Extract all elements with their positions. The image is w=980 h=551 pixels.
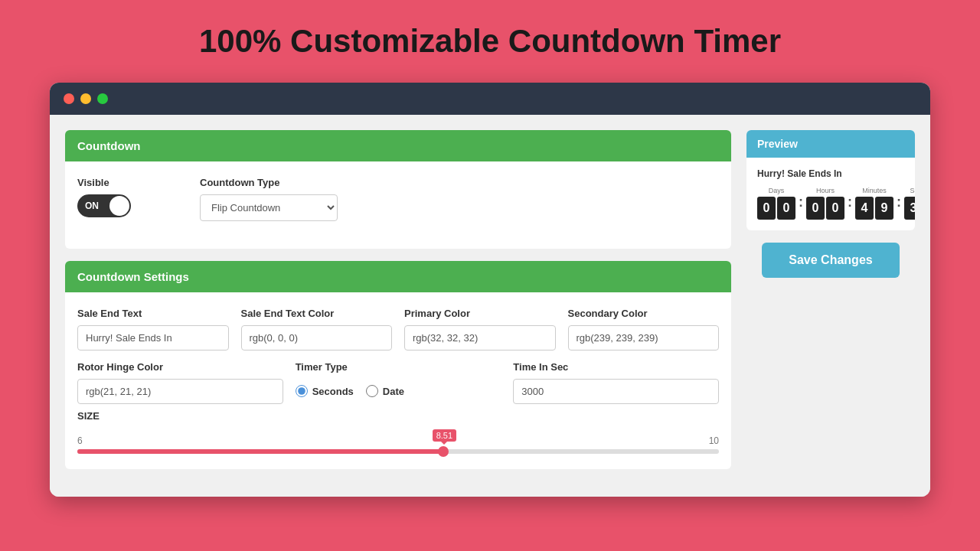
minimize-button[interactable]: [80, 93, 91, 104]
countdown-form-row: Visible ON Countdown Type Flip Countdown…: [77, 177, 719, 221]
flip-minutes-col: Minutes 4 9: [855, 187, 893, 220]
flip-hours-label: Hours: [816, 187, 835, 194]
preview-header: Preview: [746, 130, 915, 158]
flip-separator-2: :: [848, 194, 852, 212]
countdown-settings-section: Countdown Settings Sale End Text Sale En…: [65, 261, 731, 469]
primary-color-input[interactable]: [404, 325, 556, 350]
primary-color-group: Primary Color: [404, 308, 556, 350]
radio-seconds-label[interactable]: Seconds: [296, 385, 354, 397]
slider-container: 6 10 8.51: [77, 435, 719, 454]
slider-wrapper: 8.51: [77, 449, 719, 454]
flip-timer: Days 0 0 : Hours 0 0: [757, 187, 904, 220]
rotor-hinge-color-group: Rotor Hinge Color: [77, 361, 283, 404]
time-in-sec-group: Time In Sec: [513, 361, 719, 404]
timer-type-label: Timer Type: [296, 361, 501, 373]
sale-end-text-input[interactable]: [77, 325, 229, 350]
settings-row-1: Sale End Text Sale End Text Color Primar…: [77, 308, 719, 350]
countdown-type-label: Countdown Type: [200, 177, 353, 188]
settings-section-header: Countdown Settings: [65, 261, 731, 292]
titlebar: [50, 83, 930, 115]
flip-seconds-col: Seconds 3 6: [904, 187, 915, 220]
preview-box: Preview Hurry! Sale Ends In Days 0 0 :: [746, 130, 915, 230]
slider-fill: [77, 449, 443, 454]
slider-thumb[interactable]: [438, 446, 449, 457]
sale-end-text-color-input[interactable]: [241, 325, 393, 350]
countdown-section-body: Visible ON Countdown Type Flip Countdown…: [65, 161, 731, 249]
sale-end-text-color-group: Sale End Text Color: [241, 308, 393, 350]
slider-bubble: 8.51: [433, 429, 456, 442]
primary-color-label: Primary Color: [404, 308, 556, 319]
radio-date-text: Date: [383, 386, 404, 397]
flip-minutes-digit-0: 4: [855, 197, 874, 220]
radio-seconds[interactable]: [296, 385, 308, 397]
flip-separator-3: :: [897, 194, 901, 212]
slider-track[interactable]: [77, 449, 719, 454]
secondary-color-label: Secondary Color: [568, 308, 720, 319]
flip-days-digit-0: 0: [757, 197, 776, 220]
countdown-section-header: Countdown: [65, 130, 731, 161]
flip-seconds-digit-0: 3: [904, 197, 915, 220]
slider-min: 6: [77, 435, 83, 446]
window-content: Countdown Visible ON Countdown Type: [50, 115, 930, 497]
toggle-on-label: ON: [85, 201, 99, 211]
left-panel: Countdown Visible ON Countdown Type: [65, 130, 731, 481]
preview-tagline: Hurry! Sale Ends In: [757, 168, 904, 179]
countdown-section: Countdown Visible ON Countdown Type: [65, 130, 731, 249]
size-section: SIZE 6 10 8.51: [77, 410, 719, 454]
sale-end-text-label: Sale End Text: [77, 308, 229, 319]
toggle-thumb: [109, 196, 129, 216]
flip-hours-col: Hours 0 0: [806, 187, 844, 220]
flip-minutes-digits: 4 9: [855, 197, 893, 220]
flip-minutes-digit-1: 9: [875, 197, 893, 220]
rotor-hinge-color-label: Rotor Hinge Color: [77, 361, 283, 373]
right-panel: Preview Hurry! Sale Ends In Days 0 0 :: [731, 130, 915, 481]
rotor-hinge-color-input[interactable]: [77, 379, 283, 404]
flip-hours-digit-0: 0: [806, 197, 825, 220]
visible-group: Visible ON: [77, 177, 185, 217]
sale-end-text-group: Sale End Text: [77, 308, 229, 350]
flip-days-col: Days 0 0: [757, 187, 795, 220]
flip-separator-1: :: [799, 194, 803, 212]
secondary-color-group: Secondary Color: [568, 308, 720, 350]
settings-section-body: Sale End Text Sale End Text Color Primar…: [65, 292, 731, 469]
close-button[interactable]: [64, 93, 74, 104]
radio-date[interactable]: [366, 385, 378, 397]
flip-days-digit-1: 0: [777, 197, 795, 220]
settings-row-2: Rotor Hinge Color Timer Type Seconds: [77, 361, 719, 404]
flip-seconds-digits: 3 6: [904, 197, 915, 220]
flip-hours-digits: 0 0: [806, 197, 844, 220]
flip-minutes-label: Minutes: [862, 187, 887, 194]
save-changes-button[interactable]: Save Changes: [762, 243, 900, 278]
visible-toggle[interactable]: ON: [77, 194, 131, 217]
countdown-type-group: Countdown Type Flip Countdown Simple Cou…: [200, 177, 353, 221]
page-title: 100% Customizable Countdown Timer: [199, 23, 781, 60]
radio-date-label[interactable]: Date: [366, 385, 404, 397]
slider-max: 10: [709, 435, 719, 446]
time-in-sec-input[interactable]: [513, 379, 719, 404]
visible-label: Visible: [77, 177, 185, 188]
countdown-type-select[interactable]: Flip Countdown Simple Countdown Circle C…: [200, 194, 338, 221]
flip-hours-digit-1: 0: [826, 197, 844, 220]
timer-type-group: Timer Type Seconds Date: [296, 361, 501, 397]
maximize-button[interactable]: [97, 93, 108, 104]
time-in-sec-label: Time In Sec: [513, 361, 719, 373]
flip-days-label: Days: [769, 187, 785, 194]
flip-seconds-label: Seconds: [910, 187, 915, 194]
size-label: SIZE: [77, 410, 719, 422]
slider-minmax: 6 10: [77, 435, 719, 446]
preview-body: Hurry! Sale Ends In Days 0 0 : Hours: [746, 158, 915, 230]
timer-type-radio-group: Seconds Date: [296, 385, 501, 397]
app-window: Countdown Visible ON Countdown Type: [50, 83, 930, 497]
flip-days-digits: 0 0: [757, 197, 795, 220]
secondary-color-input[interactable]: [568, 325, 720, 350]
radio-seconds-text: Seconds: [312, 386, 354, 397]
sale-end-text-color-label: Sale End Text Color: [241, 308, 393, 319]
